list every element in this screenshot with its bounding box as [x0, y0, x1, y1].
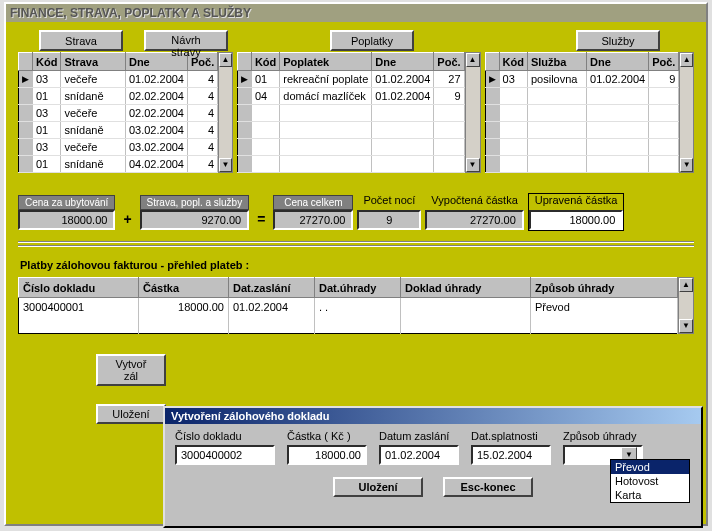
dropdown-option[interactable]: Hotovost [611, 474, 689, 488]
table-row[interactable] [485, 122, 679, 139]
input-datum[interactable] [379, 445, 459, 465]
strava-button[interactable]: Strava [39, 30, 123, 51]
cell-poc[interactable] [434, 105, 464, 122]
cell-kod[interactable] [499, 105, 527, 122]
cell-doklad[interactable] [401, 298, 531, 316]
table-row[interactable]: 01snídaně02.02.20044 [19, 88, 218, 105]
cell-dne[interactable]: 01.02.2004 [372, 88, 434, 105]
table-row[interactable] [485, 156, 679, 173]
scrollbar[interactable]: ▲ ▼ [218, 52, 233, 173]
cell-poc[interactable]: 4 [188, 105, 218, 122]
sluzby-grid[interactable]: Kód Služba Dne Poč. ▶03posilovna01.02.20… [485, 52, 680, 173]
col-dne[interactable]: Dne [587, 53, 649, 71]
col-dne[interactable]: Dne [372, 53, 434, 71]
total-uprav-value[interactable]: 18000.00 [529, 210, 624, 230]
cell-kod[interactable]: 03 [33, 71, 61, 88]
scrollbar[interactable]: ▲ ▼ [465, 52, 481, 173]
cell-kod[interactable] [251, 122, 279, 139]
input-castka[interactable] [287, 445, 367, 465]
cell-poc[interactable] [649, 139, 679, 156]
cell-dne[interactable] [587, 156, 649, 173]
cell-dne[interactable] [587, 122, 649, 139]
cell-kod[interactable] [499, 139, 527, 156]
cell-dne[interactable]: 02.02.2004 [125, 88, 187, 105]
sluzby-button[interactable]: Služby [576, 30, 660, 51]
table-row[interactable]: 03večeře02.02.20044 [19, 105, 218, 122]
table-row[interactable] [485, 88, 679, 105]
scroll-down-icon[interactable]: ▼ [679, 319, 693, 333]
cell-poc[interactable]: 4 [188, 139, 218, 156]
scroll-down-icon[interactable]: ▼ [466, 158, 480, 172]
cell-dne[interactable] [372, 156, 434, 173]
cell-poplatek[interactable]: domácí mazlíček [280, 88, 372, 105]
cell-uhrady[interactable]: . . [315, 298, 401, 316]
input-splatnost[interactable] [471, 445, 551, 465]
cell-strava[interactable]: snídaně [61, 156, 126, 173]
dropdown-option[interactable]: Karta [611, 488, 689, 502]
cell-sluzba[interactable] [527, 122, 586, 139]
cell-zpusob[interactable]: Převod [531, 298, 678, 316]
cell-poc[interactable]: 27 [434, 71, 464, 88]
scroll-down-icon[interactable]: ▼ [219, 158, 232, 172]
dialog-save-button[interactable]: Uložení [333, 477, 423, 497]
cell-poc[interactable]: 4 [188, 122, 218, 139]
col-doklad[interactable]: Doklad úhrady [401, 278, 531, 298]
cell-poplatek[interactable] [280, 156, 372, 173]
cell-poc[interactable]: 9 [649, 71, 679, 88]
cell-dne[interactable]: 01.02.2004 [125, 71, 187, 88]
table-row[interactable] [237, 105, 464, 122]
cell-sluzba[interactable]: posilovna [527, 71, 586, 88]
table-row[interactable]: 01snídaně04.02.20044 [19, 156, 218, 173]
cell-kod[interactable] [499, 122, 527, 139]
cell-poplatek[interactable]: rekreační poplate [280, 71, 372, 88]
cell-zaslani[interactable]: 01.02.2004 [229, 298, 315, 316]
cell-poc[interactable] [649, 156, 679, 173]
cell-castka[interactable]: 18000.00 [139, 298, 229, 316]
cell-kod[interactable]: 01 [33, 156, 61, 173]
cell-kod[interactable] [251, 156, 279, 173]
cell-dne[interactable]: 02.02.2004 [125, 105, 187, 122]
cell-poc[interactable] [649, 88, 679, 105]
cell-sluzba[interactable] [527, 105, 586, 122]
table-row[interactable]: ▶03večeře01.02.20044 [19, 71, 218, 88]
cell-strava[interactable]: večeře [61, 105, 126, 122]
table-row[interactable] [237, 139, 464, 156]
col-castka[interactable]: Částka [139, 278, 229, 298]
cell-dne[interactable] [587, 105, 649, 122]
cell-kod[interactable]: 03 [499, 71, 527, 88]
cell-poc[interactable] [649, 105, 679, 122]
table-row[interactable] [485, 139, 679, 156]
col-kod[interactable]: Kód [33, 53, 61, 71]
cell-sluzba[interactable] [527, 139, 586, 156]
cell-cislo[interactable]: 3000400001 [19, 298, 139, 316]
cell-dne[interactable]: 03.02.2004 [125, 139, 187, 156]
cell-sluzba[interactable] [527, 88, 586, 105]
col-poplatek[interactable]: Poplatek [280, 53, 372, 71]
payments-grid[interactable]: Číslo dokladu Částka Dat.zaslání Dat.úhr… [18, 277, 678, 334]
cell-poc[interactable]: 9 [434, 88, 464, 105]
col-kod[interactable]: Kód [251, 53, 279, 71]
input-cislo[interactable] [175, 445, 275, 465]
cell-kod[interactable]: 01 [251, 71, 279, 88]
zpusob-dropdown[interactable]: Převod Hotovost Karta [610, 459, 690, 503]
cell-dne[interactable]: 01.02.2004 [587, 71, 649, 88]
cell-poc[interactable]: 4 [188, 88, 218, 105]
cell-kod[interactable] [499, 156, 527, 173]
cell-poplatek[interactable] [280, 139, 372, 156]
col-sluzba[interactable]: Služba [527, 53, 586, 71]
cell-poc[interactable]: 4 [188, 71, 218, 88]
scroll-up-icon[interactable]: ▲ [680, 53, 693, 67]
table-row[interactable] [485, 105, 679, 122]
cell-dne[interactable] [372, 105, 434, 122]
col-poc[interactable]: Poč. [434, 53, 464, 71]
cell-dne[interactable] [587, 139, 649, 156]
col-kod[interactable]: Kód [499, 53, 527, 71]
table-row[interactable]: ▶03posilovna01.02.20049 [485, 71, 679, 88]
cell-dne[interactable] [372, 122, 434, 139]
cell-poc[interactable] [434, 122, 464, 139]
cell-poplatek[interactable] [280, 105, 372, 122]
poplatky-grid[interactable]: Kód Poplatek Dne Poč. ▶01rekreační popla… [237, 52, 465, 173]
scrollbar[interactable]: ▲ ▼ [679, 52, 694, 173]
cell-sluzba[interactable] [527, 156, 586, 173]
cell-dne[interactable] [372, 139, 434, 156]
